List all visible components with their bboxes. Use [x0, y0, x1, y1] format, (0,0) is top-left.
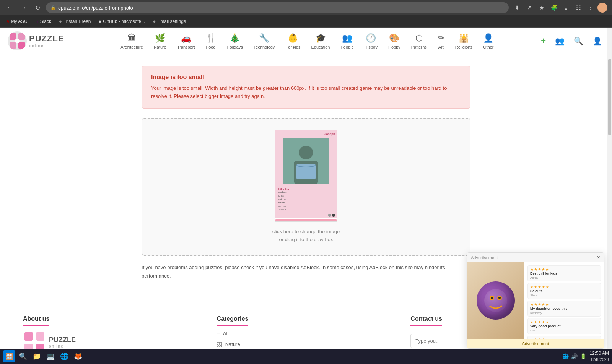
profile-card: Joseph Skill: B... h [275, 130, 337, 218]
ad-review-4-stars: ★★★★★ [530, 338, 598, 339]
nav-cat-patterns[interactable]: ⬡ Patterns [406, 29, 432, 52]
bookmark-tristan[interactable]: ● Tristan Breen [56, 17, 94, 26]
forward-button[interactable]: → [18, 2, 29, 13]
bookmark-slack[interactable]: S Slack [32, 17, 54, 26]
ad-close-button[interactable]: ✕ [597, 255, 600, 260]
nav-cat-hobby[interactable]: 🎨 Hobby [383, 29, 406, 52]
ad-review-2: ★★★★★ My daughter loves this Kimberly [527, 301, 601, 317]
ad-review-2-reviewer: Kimberly [530, 311, 598, 315]
nav-cat-forkids-label: For kids [285, 45, 300, 49]
upload-instructions: click here to change the image or drag i… [272, 228, 340, 244]
footer-puzzle-title: PUZZLE [49, 336, 76, 344]
nav-cat-forkids[interactable]: 👶 For kids [280, 29, 306, 52]
nav-cat-hobby-label: Hobby [388, 45, 400, 49]
taskbar-search[interactable]: 🔍 [17, 350, 29, 362]
back-button[interactable]: ← [5, 2, 15, 13]
bookmark-github[interactable]: ● GitHub - microsoft/... [95, 17, 148, 26]
site-logo[interactable]: PUZZLE online [8, 31, 64, 50]
svg-point-16 [491, 297, 493, 299]
svg-rect-2 [10, 42, 16, 49]
error-box: Image is too small Your image is too sma… [142, 66, 470, 109]
people-icon: 👥 [342, 33, 352, 43]
profile-card-footer [275, 213, 337, 218]
bookmark-email[interactable]: ● Email settings [150, 17, 189, 26]
hobby-icon: 🎨 [389, 33, 399, 43]
nav-cat-other[interactable]: 👤 Other [478, 29, 499, 52]
ad-review-1-reviewer: Store [530, 294, 598, 297]
scrollbar-thumb[interactable] [608, 59, 611, 135]
nav-cat-transport-label: Transport [177, 45, 195, 49]
users-icon[interactable]: 👥 [553, 34, 567, 48]
svg-rect-0 [10, 33, 16, 40]
nav-cat-architecture-label: Architecture [120, 45, 143, 49]
taskbar-chrome[interactable]: 🌐 [58, 350, 70, 362]
footer-cat-nature[interactable]: 🖼 Nature [217, 341, 396, 348]
architecture-icon: 🏛 [128, 33, 136, 43]
technology-icon: 🔧 [259, 33, 269, 43]
nav-cat-architecture[interactable]: 🏛 Architecture [115, 29, 148, 52]
nav-cat-religions[interactable]: 🕌 Religions [450, 29, 478, 52]
ad-review-2-name: My daughter loves this [530, 307, 598, 310]
grid-icon[interactable]: ☷ [573, 2, 584, 13]
user-icon[interactable]: 👤 [590, 34, 604, 48]
scrollbar[interactable] [607, 28, 612, 364]
nav-cat-history[interactable]: 🕐 History [359, 29, 383, 52]
download2-icon[interactable]: ⤓ [561, 2, 571, 13]
address-bar[interactable]: 🔒 epuzzle.info/en/puzzle-from-photo [46, 2, 509, 13]
ad-header: Advertisement ✕ [467, 253, 604, 262]
taskbar-explorer[interactable]: 📁 [31, 350, 43, 362]
nav-cat-art[interactable]: ✏ Art [432, 29, 450, 52]
nav-cat-people[interactable]: 👥 People [335, 29, 359, 52]
logo-subtitle: online [29, 44, 64, 48]
taskbar-firefox[interactable]: 🦊 [72, 350, 84, 362]
history-icon: 🕐 [366, 33, 376, 43]
footer-categories-title: Categories [217, 315, 249, 326]
bookmark-myasu[interactable]: A My ASU [3, 17, 31, 26]
ad-review-0-name: Best gift for kids [530, 271, 598, 275]
taskbar: 🪟 🔍 📁 💻 🌐 🦊 🌐 🔊 🔋 12:50 AM 12/8/2023 [0, 349, 612, 364]
nav-cat-technology[interactable]: 🔧 Technology [248, 29, 280, 52]
share-icon[interactable]: ↗ [524, 2, 535, 13]
logo-title: PUZZLE [29, 34, 64, 44]
ad-footer: Advertisement [467, 339, 604, 348]
extension-icon[interactable]: 🧩 [549, 2, 559, 13]
clock-time: 12:50 AM [589, 351, 609, 357]
svg-rect-1 [18, 33, 25, 40]
dot-light [328, 214, 331, 217]
error-message: Your image is too small. Width and heigh… [151, 84, 461, 101]
refresh-button[interactable]: ↻ [32, 2, 43, 13]
svg-point-17 [498, 297, 501, 299]
nav-cat-food-label: Food [206, 45, 216, 49]
ad-review-1-name: So cute [530, 289, 598, 293]
start-button[interactable]: 🪟 [3, 350, 15, 362]
taskbar-vscode[interactable]: 💻 [44, 350, 57, 362]
search-icon[interactable]: 🔍 [571, 34, 586, 48]
menu-icon[interactable]: ⋮ [585, 2, 596, 13]
forkids-icon: 👶 [288, 33, 298, 43]
other-icon: 👤 [483, 33, 493, 43]
bookmarks-bar: A My ASU S Slack ● Tristan Breen ● GitHu… [0, 15, 612, 28]
bookmark-tristan-label: Tristan Breen [63, 19, 91, 24]
svg-point-4 [15, 39, 20, 43]
nav-cat-history-label: History [365, 45, 378, 49]
logo-text: PUZZLE online [29, 34, 64, 48]
add-puzzle-button[interactable]: + [539, 34, 548, 48]
nav-cat-nature[interactable]: 🌿 Nature [148, 29, 172, 52]
avatar[interactable] [597, 3, 607, 13]
ad-review-0-reviewer: Aditia [530, 276, 598, 280]
nav-cat-education[interactable]: 🎓 Education [306, 29, 335, 52]
footer-cat-all[interactable]: ≡ All [217, 331, 396, 337]
nav-cat-transport[interactable]: 🚗 Transport [172, 29, 200, 52]
ad-review-3-reviewer: Lily [530, 329, 598, 332]
nature-list-icon: 🖼 [217, 341, 222, 348]
nav-cat-holidays[interactable]: 🎄 Holidays [221, 29, 248, 52]
food-icon: 🍴 [206, 33, 216, 43]
download-icon[interactable]: ⬇ [512, 2, 522, 13]
ad-label: Advertisement [471, 255, 498, 260]
nav-cat-food[interactable]: 🍴 Food [200, 29, 221, 52]
star-icon[interactable]: ★ [536, 2, 547, 13]
taskbar-clock[interactable]: 12:50 AM 12/8/2023 [589, 351, 609, 362]
main-content: Image is too small Your image is too sma… [134, 54, 478, 300]
upload-box[interactable]: Joseph Skill: B... h [142, 118, 470, 256]
footer-puzzle-subtitle: online [49, 344, 76, 348]
